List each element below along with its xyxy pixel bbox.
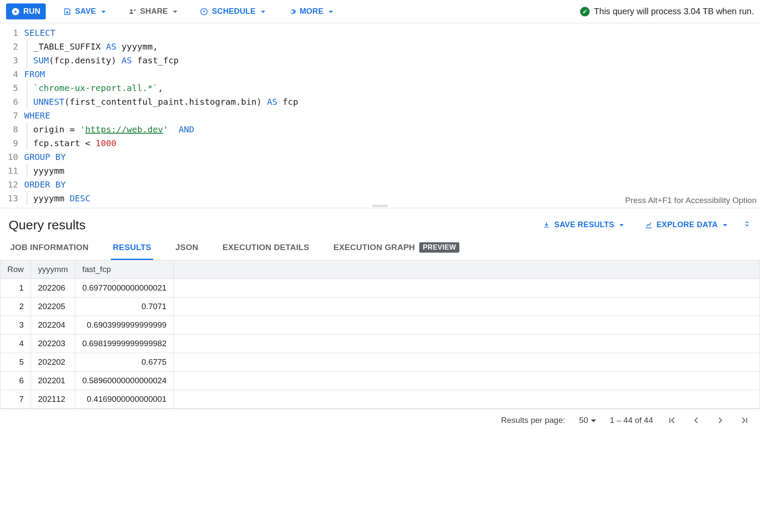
schedule-label: SCHEDULE xyxy=(212,7,255,16)
results-tabs: JOB INFORMATION RESULTS JSON EXECUTION D… xyxy=(0,236,760,260)
results-table: Rowyyyymmfast_fcp 12022060.6977000000000… xyxy=(0,260,760,409)
svg-point-1 xyxy=(130,9,132,11)
tab-results[interactable]: RESULTS xyxy=(111,236,153,260)
table-row[interactable]: 12022060.69770000000000021 xyxy=(0,279,760,297)
first-page-button[interactable] xyxy=(667,415,677,426)
share-icon xyxy=(128,7,137,16)
resize-handle[interactable] xyxy=(372,205,388,207)
col-yyyymm: yyyymm xyxy=(31,260,75,279)
table-row[interactable]: 62022010.58960000000000024 xyxy=(0,372,760,390)
save-results-button[interactable]: SAVE RESULTS xyxy=(537,217,629,233)
save-button[interactable]: SAVE xyxy=(58,3,111,19)
prev-page-button[interactable] xyxy=(691,415,701,426)
save-icon xyxy=(63,7,72,16)
explore-data-label: EXPLORE DATA xyxy=(656,220,718,229)
more-button[interactable]: MORE xyxy=(283,3,338,19)
table-row[interactable]: 22022050.7071 xyxy=(0,297,760,316)
toolbar: RUN SAVE SHARE SCHEDULE MORE ✓ This quer… xyxy=(0,0,760,23)
table-row[interactable]: 32022040.6903999999999999 xyxy=(0,316,760,335)
pager: Results per page: 50 1 – 44 of 44 xyxy=(0,409,760,432)
results-header: Query results SAVE RESULTS EXPLORE DATA xyxy=(0,208,760,236)
explore-data-button[interactable]: EXPLORE DATA xyxy=(639,217,732,233)
run-label: RUN xyxy=(23,7,41,16)
status-text: This query will process 3.04 TB when run… xyxy=(594,6,754,16)
expand-collapse-icon[interactable] xyxy=(743,218,751,232)
pager-range: 1 – 44 of 44 xyxy=(610,416,653,425)
save-results-label: SAVE RESULTS xyxy=(554,220,614,229)
clock-icon xyxy=(200,7,208,16)
save-label: SAVE xyxy=(75,7,96,16)
pager-label: Results per page: xyxy=(501,416,565,425)
tab-execution-details[interactable]: EXECUTION DETAILS xyxy=(221,236,311,260)
more-label: MORE xyxy=(300,7,323,16)
share-button[interactable]: SHARE xyxy=(123,3,183,19)
results-title: Query results xyxy=(9,218,527,232)
last-page-button[interactable] xyxy=(739,415,750,426)
run-button[interactable]: RUN xyxy=(6,3,46,19)
col-fast_fcp: fast_fcp xyxy=(75,260,173,279)
sql-editor[interactable]: 12345678910111213 SELECT_TABLE_SUFFIX AS… xyxy=(0,23,760,208)
page-size-select[interactable]: 50 xyxy=(579,416,596,425)
check-circle-icon: ✓ xyxy=(580,7,590,16)
table-row[interactable]: 52022020.6775 xyxy=(0,353,760,372)
chart-icon xyxy=(644,221,653,229)
next-page-button[interactable] xyxy=(715,415,725,426)
table-row[interactable]: 42022030.69819999999999982 xyxy=(0,335,760,353)
gear-icon xyxy=(288,7,296,16)
tab-execution-graph[interactable]: EXECUTION GRAPH PREVIEW xyxy=(332,236,462,260)
line-gutter: 12345678910111213 xyxy=(0,23,24,208)
share-label: SHARE xyxy=(140,7,168,16)
download-icon xyxy=(542,221,551,229)
tab-json[interactable]: JSON xyxy=(174,236,200,260)
code-area[interactable]: SELECT_TABLE_SUFFIX AS yyyymm,SUM(fcp.de… xyxy=(24,23,301,208)
play-icon xyxy=(11,7,20,16)
validation-status: ✓ This query will process 3.04 TB when r… xyxy=(580,6,754,16)
preview-badge: PREVIEW xyxy=(419,242,459,253)
col-row: Row xyxy=(0,260,31,279)
a11y-hint: Press Alt+F1 for Accessibility Option xyxy=(625,196,757,205)
schedule-button[interactable]: SCHEDULE xyxy=(195,3,270,19)
tab-job-information[interactable]: JOB INFORMATION xyxy=(9,236,90,260)
table-row[interactable]: 72021120.4169000000000001 xyxy=(0,390,760,409)
